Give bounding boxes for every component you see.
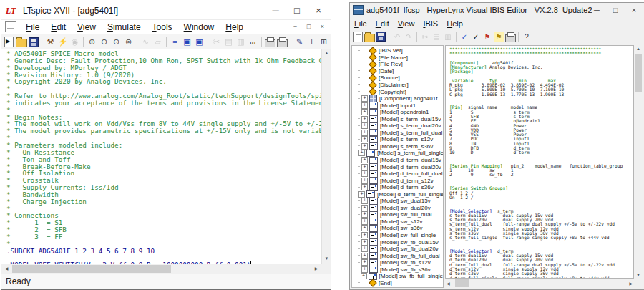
menu-help[interactable]: Help — [442, 19, 467, 28]
menu-edit[interactable]: Edit — [371, 19, 394, 28]
expand-icon[interactable]: + — [361, 266, 368, 273]
close-button[interactable]: × — [625, 3, 643, 17]
cut-icon[interactable]: ✂ — [420, 32, 431, 42]
open-icon[interactable] — [364, 32, 375, 42]
tree-item[interactable]: [Source] — [358, 74, 443, 82]
mdi-close-button[interactable]: × — [317, 21, 328, 32]
tree-item[interactable]: [End] — [358, 280, 443, 287]
tree-item[interactable]: +[Model] sw_dual15v — [358, 198, 443, 205]
maximize-button[interactable]: □ — [286, 1, 308, 19]
editor-vertical-scrollbar[interactable]: ▲ ▼ — [321, 49, 331, 264]
expand-icon[interactable]: + — [361, 109, 368, 115]
tree-item[interactable]: +[Model] s_term_s12v — [358, 136, 443, 143]
menu-window[interactable]: Window — [178, 22, 220, 32]
tree-item[interactable]: +[Model] s_term_full_dual — [358, 130, 443, 137]
tree-item[interactable]: +[Model] d_term_full_single — [358, 190, 443, 198]
mdi-restore-button[interactable]: □ — [303, 21, 314, 32]
find-icon[interactable]: ∞ — [248, 37, 259, 48]
undo-icon[interactable]: ↶ — [392, 32, 403, 42]
scroll-down-button[interactable]: ▼ — [322, 254, 331, 264]
menu-view[interactable]: View — [394, 19, 419, 28]
ground-icon[interactable]: ⊥ — [306, 37, 318, 48]
tree-item[interactable]: +[Model] sw_full_single — [358, 232, 443, 239]
expand-icon[interactable]: + — [361, 136, 368, 142]
expand-icon[interactable]: + — [361, 102, 368, 109]
mdi-minimize-button[interactable]: − — [290, 21, 301, 32]
expand-icon[interactable]: + — [361, 205, 368, 211]
expand-icon[interactable]: + — [361, 164, 368, 170]
expand-icon[interactable]: + — [361, 143, 368, 150]
tree-item[interactable]: +[Model] s_term_full_single — [358, 150, 443, 157]
tree-item[interactable]: +[Model] sw_fb_s36v — [358, 266, 443, 274]
copy-icon[interactable]: ▤ — [223, 37, 235, 48]
cut-icon[interactable]: ✂ — [211, 37, 223, 48]
label-net-icon[interactable]: ⊞ — [318, 37, 330, 48]
tree-item[interactable]: +[Model] input1 — [358, 102, 443, 109]
tree-item[interactable]: +[Model] sw_fb_s12v — [358, 259, 443, 266]
menu-edit[interactable]: Edit — [45, 22, 72, 32]
print-icon[interactable] — [505, 32, 516, 42]
menu-tools[interactable]: Tools — [147, 22, 178, 32]
close-button[interactable]: × — [308, 1, 329, 19]
tile-windows-icon[interactable]: ≡ — [170, 37, 181, 48]
tree-item[interactable]: +[Model] d_term_dual15v — [358, 157, 443, 164]
print-icon[interactable] — [265, 37, 276, 48]
cascade-windows-icon[interactable]: ▣ — [182, 37, 193, 48]
arrange-windows-icon[interactable]: ▣ — [194, 37, 205, 48]
keyword-tree-pane[interactable]: [IBIS Ver][File Name][File Rev][Date][So… — [351, 45, 444, 288]
scroll-left-button[interactable]: ◀ — [1, 264, 11, 274]
copy-icon[interactable]: ▤ — [431, 32, 442, 42]
tree-item[interactable]: +[Model] sw_fb_full_dual — [358, 252, 443, 259]
tree-item[interactable]: +[Model] d_term_full_dual — [358, 170, 443, 178]
scrollbar-thumb[interactable] — [12, 265, 171, 273]
tree-item[interactable]: +[Model] s_term_dual20v — [358, 122, 443, 130]
expand-icon[interactable]: + — [361, 116, 368, 122]
open-icon[interactable] — [16, 37, 27, 48]
tree-item[interactable]: +[Model] opendrain1 — [358, 109, 443, 116]
expand-icon[interactable]: + — [361, 273, 367, 279]
menu-ibis[interactable]: IBIS — [419, 19, 442, 28]
expand-icon[interactable]: + — [361, 170, 368, 177]
expand-icon[interactable]: + — [361, 225, 368, 231]
expand-icon[interactable]: + — [358, 150, 365, 156]
tree-item[interactable]: +[Component] adg5401f — [358, 95, 443, 102]
scroll-up-button[interactable]: ▲ — [322, 49, 331, 58]
ltspice-titlebar[interactable]: LT LTspice XVII - [adg5401f] ─ □ × — [1, 1, 331, 20]
expand-icon[interactable]: + — [361, 122, 368, 129]
menu-help[interactable]: Help — [220, 22, 249, 32]
tree-item[interactable]: +[Model] sw_fb_full_single — [358, 273, 443, 280]
expand-icon[interactable]: + — [361, 253, 368, 259]
error-flag-icon[interactable]: ⚑ — [482, 32, 493, 42]
expand-icon[interactable]: + — [361, 184, 368, 190]
expand-icon[interactable]: + — [361, 218, 368, 225]
ibis-file-content-pane[interactable]: ****************************************… — [445, 45, 634, 279]
autorange-icon[interactable]: ∿ — [140, 37, 152, 48]
expand-icon[interactable]: + — [361, 259, 368, 266]
zoom-full-icon[interactable]: ⊚ — [123, 37, 135, 48]
tree-item[interactable]: +[Model] sw_s12v — [358, 218, 443, 226]
tree-item[interactable]: +[Model] s_term_dual15v — [358, 115, 443, 122]
paste-icon[interactable]: ▥ — [443, 32, 454, 42]
zoom-back-icon[interactable]: ⊖ — [99, 37, 110, 48]
scrollbar-thumb[interactable] — [455, 279, 469, 287]
scroll-up-button[interactable]: ▲ — [634, 47, 643, 51]
tree-item[interactable]: +[Model] sw_fb_dual20v — [358, 246, 443, 253]
expand-icon[interactable]: + — [361, 239, 368, 246]
run-icon[interactable]: ⚡ — [57, 37, 69, 48]
expand-icon[interactable]: + — [361, 157, 368, 163]
maximize-button[interactable]: □ — [606, 3, 625, 17]
tree-item[interactable]: +[Model] s_term_s36v — [358, 143, 443, 150]
tree-item[interactable]: [IBIS Ver] — [358, 47, 443, 54]
help-icon[interactable]: ? — [522, 32, 532, 42]
new-icon[interactable] — [353, 32, 364, 42]
tree-item[interactable]: +[Model] sw_dual20v — [358, 205, 443, 212]
menu-file[interactable]: File — [20, 22, 45, 32]
netlist-editor[interactable]: * ADG5401F SPICE Macro-model* Generic De… — [1, 49, 321, 264]
plot-pane-icon[interactable]: ▱ — [152, 37, 164, 48]
warning-flag-icon[interactable]: ⚑ — [494, 32, 504, 42]
tree-item[interactable]: [File Rev] — [358, 61, 443, 68]
expand-icon[interactable]: + — [361, 232, 368, 238]
tree-item[interactable]: +[Model] d_term_s36v — [358, 184, 443, 191]
check-syntax-icon[interactable]: ✓ — [471, 32, 482, 42]
minimize-button[interactable]: ─ — [265, 1, 286, 19]
